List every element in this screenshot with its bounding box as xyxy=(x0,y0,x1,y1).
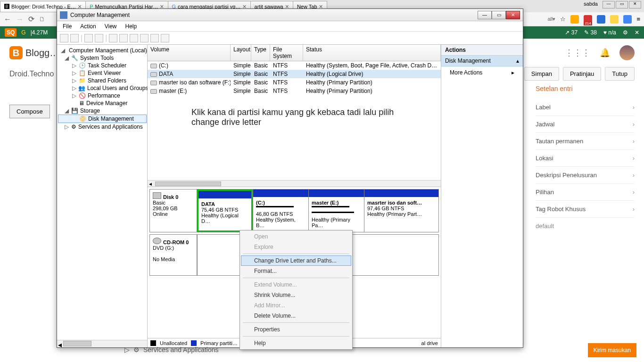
close-button[interactable]: Tutup xyxy=(605,67,635,81)
menu-help[interactable]: Help xyxy=(122,22,141,31)
tree-event-viewer[interactable]: ▷📋Event Viewer xyxy=(58,69,147,77)
help-icon[interactable] xyxy=(109,34,117,42)
extension-icon[interactable] xyxy=(570,15,579,24)
menu-view[interactable]: View xyxy=(101,22,121,31)
sidebar-item-label[interactable]: Label› xyxy=(536,99,635,116)
ctx-add-mirror: Add Mirror... xyxy=(241,300,351,311)
preview-button[interactable]: Pratinjau xyxy=(563,67,601,81)
minimize-icon[interactable]: — xyxy=(478,11,492,19)
ctx-help[interactable]: Help xyxy=(241,338,351,348)
back-icon[interactable] xyxy=(60,34,68,42)
menu-icon[interactable]: ≡ xyxy=(636,16,640,23)
partition-c[interactable]: (C:)46,80 GB NTFSHealthy (System, B… xyxy=(253,189,308,232)
ctx-explore: Explore xyxy=(241,242,351,252)
cm-toolbar: | | xyxy=(57,32,523,45)
tree-storage[interactable]: ◢💾Storage xyxy=(58,107,147,115)
cm-titlebar[interactable]: Computer Management — ▭ ✕ xyxy=(57,9,523,21)
volume-scrollbar[interactable]: ◂ xyxy=(148,180,441,187)
forward-icon[interactable]: → xyxy=(16,15,24,24)
extension-icon[interactable] xyxy=(610,15,619,24)
ctx-open: Open xyxy=(241,231,351,242)
actions-more[interactable]: More Actions ▸ xyxy=(441,66,523,79)
tree-task-scheduler[interactable]: ▷🕒Task Scheduler xyxy=(58,62,147,69)
partition-masrter-iso[interactable]: masrter iso dan soft…97,46 GB NTFSHealth… xyxy=(364,189,438,232)
metric-label: |4.27M xyxy=(31,29,48,36)
forward-icon[interactable] xyxy=(70,34,79,42)
ctx-format[interactable]: Format... xyxy=(241,266,351,276)
drive-icon xyxy=(150,64,157,68)
minimize-icon[interactable]: — xyxy=(603,1,615,8)
tool-icon[interactable] xyxy=(119,34,128,42)
sq-icon: SQ xyxy=(5,28,17,37)
feedback-button[interactable]: Kirim masukan xyxy=(588,343,636,357)
volume-row[interactable]: (C:)SimpleBasicNTFSHealthy (System, Boot… xyxy=(148,61,441,70)
disk-row[interactable]: Disk 0 Basic 298,09 GB Online DATA75,46 … xyxy=(149,189,439,232)
refresh-icon[interactable] xyxy=(84,34,93,42)
tree-shared-folders[interactable]: ▷📁Shared Folders xyxy=(58,77,147,84)
blogger-logo[interactable]: BBlogg… xyxy=(9,46,59,59)
tool-icon[interactable] xyxy=(150,34,159,42)
cm-tree[interactable]: ◢Computer Management (Local) ◢🔧System To… xyxy=(57,45,148,340)
tree-device-manager[interactable]: 🖥Device Manager xyxy=(58,99,147,107)
site-lock-icon[interactable]: 🗋 xyxy=(39,16,45,23)
extension-icon[interactable] xyxy=(597,15,605,24)
volume-list-header[interactable]: Volume Layout Type File System Status xyxy=(148,45,441,61)
maximize-icon[interactable]: ▭ xyxy=(492,11,506,19)
sidebar-item-options[interactable]: Pilihan› xyxy=(536,184,635,201)
menu-file[interactable]: File xyxy=(59,22,75,31)
col-volume[interactable]: Volume xyxy=(148,45,231,61)
tree-system-tools[interactable]: ◢🔧System Tools xyxy=(58,54,147,62)
cdrom-info: CD-ROM 0 DVD (G:) No Media xyxy=(150,235,197,275)
volume-row[interactable]: master (E:)SimpleBasicNTFSHealthy (Prima… xyxy=(148,87,441,95)
close-icon[interactable]: ✕ xyxy=(635,29,639,36)
reload-icon[interactable]: ⟳ xyxy=(28,15,34,24)
avatar[interactable] xyxy=(619,45,635,60)
col-layout[interactable]: Layout xyxy=(231,45,251,61)
os-window-controls: sabda — ▭ ✕ xyxy=(584,1,641,8)
tool-icon[interactable] xyxy=(161,34,169,42)
tool-icon[interactable] xyxy=(140,34,149,42)
volume-row[interactable]: DATASimpleBasicNTFSHealthy (Logical Driv… xyxy=(148,70,441,78)
tool-icon[interactable] xyxy=(130,34,138,42)
back-icon[interactable]: ← xyxy=(4,15,11,24)
services-apps-strip[interactable]: ▷ ⚙ Services and Applications xyxy=(124,346,219,354)
tree-local-users[interactable]: ▷👥Local Users and Groups xyxy=(58,84,147,92)
extension-icon[interactable]: 214 xyxy=(584,15,592,24)
actions-pane: Actions Disk Management▴ More Actions ▸ xyxy=(441,45,523,347)
compose-button[interactable]: Compose xyxy=(9,105,50,118)
col-status[interactable]: Status xyxy=(303,45,441,61)
actions-header: Actions xyxy=(441,45,523,56)
tree-services-apps[interactable]: ▷⚙Services and Applications xyxy=(58,123,147,131)
extension-icon[interactable] xyxy=(623,15,632,24)
sidebar-item-robot-tags[interactable]: Tag Robot Khusus› xyxy=(536,201,635,218)
star-icon[interactable]: ☆ xyxy=(560,16,566,23)
apps-icon[interactable]: ⋮⋮⋮ xyxy=(565,48,590,58)
ctx-change-drive-letter[interactable]: Change Drive Letter and Paths... xyxy=(241,255,351,266)
ctx-shrink-volume[interactable]: Shrink Volume... xyxy=(241,290,351,300)
close-icon[interactable]: ✕ xyxy=(506,11,520,19)
blog-name[interactable]: Droid.Techno xyxy=(9,70,54,78)
sidebar-item-search-description[interactable]: Deskripsi Penelusuran› xyxy=(536,167,635,184)
tree-performance[interactable]: ▷🚫Performance xyxy=(58,92,147,99)
menu-action[interactable]: Action xyxy=(76,22,99,31)
partition-master-e[interactable]: master (E:)Healthy (Primary Pa… xyxy=(308,189,364,232)
sidebar-item-location[interactable]: Lokasi› xyxy=(536,150,635,167)
ctx-delete-volume[interactable]: Delete Volume... xyxy=(241,311,351,321)
bell-icon[interactable]: 🔔 xyxy=(600,48,610,58)
maximize-icon[interactable]: ▭ xyxy=(616,1,628,8)
properties-icon[interactable] xyxy=(95,34,103,42)
os-close-icon[interactable]: ✕ xyxy=(629,1,641,8)
browser-extensions: all▾ ☆ 214 ≡ xyxy=(547,15,640,24)
actions-disk-management[interactable]: Disk Management▴ xyxy=(441,56,523,66)
tree-disk-management[interactable]: 📀Disk Management xyxy=(58,115,147,123)
col-type[interactable]: Type xyxy=(251,45,270,61)
gear-icon[interactable]: ⚙ xyxy=(623,29,628,36)
save-button[interactable]: Simpan xyxy=(524,67,559,81)
ctx-properties[interactable]: Properties xyxy=(241,324,351,335)
partition-data[interactable]: DATA75,46 GB NTFSHealthy (Logical D… xyxy=(197,189,253,232)
col-fs[interactable]: File System xyxy=(270,45,303,61)
tree-root[interactable]: ◢Computer Management (Local) xyxy=(58,47,147,54)
volume-row[interactable]: masrter iso dan software (F:)SimpleBasic… xyxy=(148,78,441,87)
sidebar-item-schedule[interactable]: Jadwal› xyxy=(536,116,635,133)
sidebar-item-permalink[interactable]: Tautan permanen› xyxy=(536,133,635,150)
